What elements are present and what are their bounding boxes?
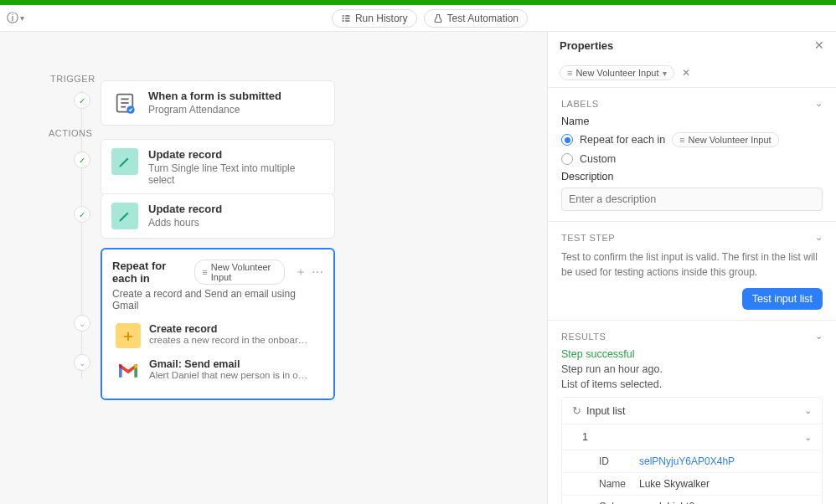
node-check-action2[interactable]: ✓ bbox=[74, 206, 90, 223]
run-history-button[interactable]: Run History bbox=[332, 9, 417, 28]
run-history-label: Run History bbox=[355, 13, 408, 24]
pencil-icon bbox=[111, 148, 138, 175]
list-selected-text: List of items selected. bbox=[561, 378, 823, 390]
panel-title: Properties bbox=[560, 39, 613, 52]
action2-title: Update record bbox=[148, 203, 222, 215]
test-step-section: TEST STEP ⌄ Test to confirm the list inp… bbox=[548, 222, 836, 321]
repeat-group-card[interactable]: Repeat for each in ≡ New Volunteer Input… bbox=[101, 248, 335, 400]
add-step-button[interactable]: ＋ bbox=[295, 265, 307, 280]
repeat-title: Repeat for each in bbox=[112, 260, 189, 285]
radio-icon bbox=[561, 153, 573, 165]
list-icon: ≡ bbox=[679, 135, 684, 145]
tree-kv-id: ID selPNyjuY6AP0X4hP bbox=[562, 450, 822, 473]
gmail-icon bbox=[116, 358, 141, 383]
sub1-title: Create record bbox=[149, 323, 308, 335]
node-check-sub2[interactable]: ⌄ bbox=[74, 354, 90, 371]
tree-kv-color: Color purpleLight2 bbox=[562, 496, 822, 504]
chevron-down-icon[interactable]: ⌄ bbox=[815, 98, 823, 109]
list-icon: ≡ bbox=[202, 267, 207, 277]
sub1-desc: creates a new record in the onboard sec.… bbox=[149, 335, 308, 345]
labels-section: LABELS ⌄ Name Repeat for each in ≡ New V… bbox=[548, 88, 836, 222]
more-menu-button[interactable]: ⋯ bbox=[312, 265, 323, 279]
description-field-label: Description bbox=[561, 171, 823, 183]
name-field-label: Name bbox=[561, 116, 823, 127]
trigger-card[interactable]: When a form is submitted Program Attenda… bbox=[101, 80, 335, 126]
refresh-icon: ↻ bbox=[572, 404, 581, 417]
svg-rect-0 bbox=[342, 15, 343, 17]
chevron-down-icon: ⌄ bbox=[804, 405, 812, 416]
list-icon: ≡ bbox=[567, 68, 572, 78]
description-input[interactable] bbox=[561, 188, 823, 211]
svg-rect-4 bbox=[342, 20, 343, 22]
action1-title: Update record bbox=[148, 148, 324, 161]
flask-icon bbox=[433, 13, 443, 23]
actions-section-label: ACTIONS bbox=[49, 128, 92, 138]
properties-panel: Properties ✕ ≡ New Volunteer Input ▾ ✕ L… bbox=[547, 32, 836, 504]
chevron-down-icon[interactable]: ⌄ bbox=[815, 232, 823, 243]
substep-gmail[interactable]: Gmail: Send email Alert Daniel that new … bbox=[112, 353, 323, 388]
form-icon bbox=[111, 90, 138, 116]
radio-icon bbox=[561, 134, 573, 146]
repeat-input-chip[interactable]: ≡ New Volunteer Input bbox=[194, 260, 285, 285]
action-card-2[interactable]: Update record Adds hours bbox=[101, 193, 335, 239]
test-input-list-button[interactable]: Test input list bbox=[742, 288, 823, 310]
results-heading: RESULTS bbox=[561, 332, 606, 342]
node-check-action1[interactable]: ✓ bbox=[74, 152, 90, 168]
trigger-section-label: TRIGGER bbox=[50, 74, 95, 84]
close-icon[interactable]: ✕ bbox=[814, 39, 824, 52]
action-card-1[interactable]: Update record Turn Single line Text into… bbox=[101, 139, 335, 195]
test-automation-label: Test Automation bbox=[447, 13, 519, 24]
results-tree: ↻ Input list ⌄ 1 ⌄ ID selPNyjuY6AP0X4hP … bbox=[561, 397, 823, 504]
results-section: RESULTS ⌄ Step successful Step run an ho… bbox=[548, 321, 836, 504]
step-time-text: Step run an hour ago. bbox=[561, 363, 823, 375]
chevron-down-icon: ▾ bbox=[663, 69, 667, 78]
tree-row-1[interactable]: 1 ⌄ bbox=[562, 424, 822, 450]
radio-custom-option[interactable]: Custom bbox=[561, 153, 823, 165]
id-value-link[interactable]: selPNyjuY6AP0X4hP bbox=[639, 455, 735, 467]
trigger-subtitle: Program Attendance bbox=[148, 104, 281, 116]
canvas-area: TRIGGER ACTIONS ✓ ✓ ✓ ⌄ ⌄ When a form is… bbox=[0, 32, 547, 504]
svg-rect-3 bbox=[345, 18, 349, 19]
node-check-trigger[interactable]: ✓ bbox=[74, 92, 90, 109]
sub2-title: Gmail: Send email bbox=[149, 358, 308, 370]
svg-rect-5 bbox=[345, 20, 349, 22]
breadcrumb-chip[interactable]: ≡ New Volunteer Input ▾ bbox=[560, 65, 674, 80]
chevron-down-icon: ▾ bbox=[20, 13, 24, 23]
test-automation-button[interactable]: Test Automation bbox=[424, 9, 528, 28]
substep-create-record[interactable]: ＋ Create record creates a new record in … bbox=[112, 318, 323, 353]
pencil-icon bbox=[111, 203, 138, 229]
info-dropdown[interactable]: ⓘ▾ bbox=[7, 11, 24, 26]
radio-repeat-option[interactable]: Repeat for each in ≡ New Volunteer Input bbox=[561, 132, 823, 147]
action1-subtitle: Turn Single line Text into multiple sele… bbox=[148, 162, 324, 186]
action2-subtitle: Adds hours bbox=[148, 217, 222, 229]
toolbar: ⓘ▾ Run History Test Automation bbox=[0, 5, 836, 32]
test-step-heading: TEST STEP bbox=[561, 233, 615, 243]
chevron-down-icon[interactable]: ⌄ bbox=[815, 331, 823, 342]
sub2-desc: Alert Daniel that new person is in onboa… bbox=[149, 370, 308, 380]
panel-header: Properties ✕ bbox=[548, 32, 836, 59]
svg-rect-2 bbox=[342, 18, 343, 19]
node-check-sub1[interactable]: ⌄ bbox=[74, 315, 90, 332]
radio-repeat-chip: ≡ New Volunteer Input bbox=[672, 132, 779, 147]
plus-icon: ＋ bbox=[116, 323, 141, 348]
labels-heading: LABELS bbox=[561, 99, 599, 109]
trigger-title: When a form is submitted bbox=[148, 90, 281, 102]
tree-row-input-list[interactable]: ↻ Input list ⌄ bbox=[562, 398, 822, 424]
history-icon bbox=[341, 13, 351, 23]
step-success-text: Step successful bbox=[561, 348, 823, 360]
tree-kv-name: Name Luke Skywalker bbox=[562, 473, 822, 496]
svg-rect-1 bbox=[345, 15, 349, 17]
chevron-down-icon: ⌄ bbox=[804, 432, 812, 443]
repeat-desc: Create a record and Send an email using … bbox=[112, 288, 323, 311]
clear-chip-button[interactable]: ✕ bbox=[682, 67, 690, 79]
test-step-description: Test to confirm the list input is valid.… bbox=[561, 249, 823, 280]
